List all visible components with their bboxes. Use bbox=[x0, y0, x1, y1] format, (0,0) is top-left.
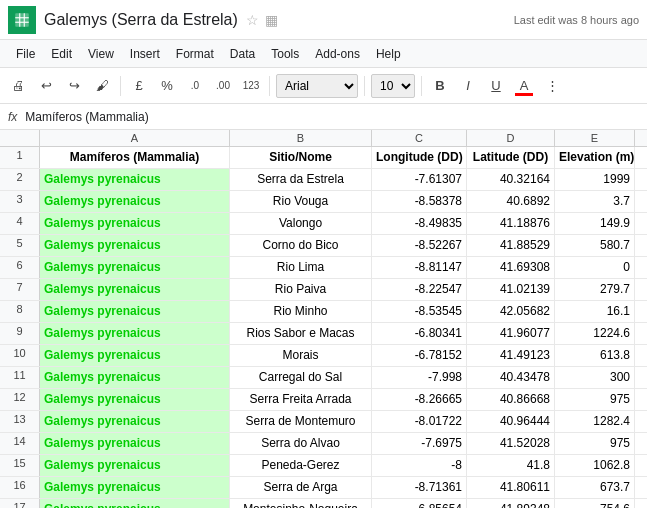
menu-help[interactable]: Help bbox=[368, 43, 409, 65]
menu-addons[interactable]: Add-ons bbox=[307, 43, 368, 65]
cell-a[interactable]: Galemys pyrenaicus bbox=[40, 411, 230, 432]
cell-e[interactable]: 673.7 bbox=[555, 477, 635, 498]
more-formats-button[interactable]: ⋮ bbox=[540, 74, 564, 98]
cell-a[interactable]: Galemys pyrenaicus bbox=[40, 301, 230, 322]
cell-b[interactable]: Peneda-Gerez bbox=[230, 455, 372, 476]
cell-d[interactable]: 40.32164 bbox=[467, 169, 555, 190]
cell-b[interactable]: Valongo bbox=[230, 213, 372, 234]
italic-button[interactable]: I bbox=[456, 74, 480, 98]
cell-b[interactable]: Rios Sabor e Macas bbox=[230, 323, 372, 344]
number-format-button[interactable]: 123 bbox=[239, 74, 263, 98]
cell-b[interactable]: Morais bbox=[230, 345, 372, 366]
cell-d[interactable]: 41.96077 bbox=[467, 323, 555, 344]
cell-e[interactable]: 3.7 bbox=[555, 191, 635, 212]
star-icon[interactable]: ☆ bbox=[246, 12, 259, 28]
decimal-increase-button[interactable]: .00 bbox=[211, 74, 235, 98]
cell-e[interactable]: 16.1 bbox=[555, 301, 635, 322]
col-header-b[interactable]: B bbox=[230, 130, 372, 146]
cell-b[interactable]: Serra Freita Arrada bbox=[230, 389, 372, 410]
font-color-button[interactable]: A bbox=[512, 74, 536, 98]
cell-b[interactable]: Montesinho-Nogueira bbox=[230, 499, 372, 508]
menu-tools[interactable]: Tools bbox=[263, 43, 307, 65]
cell-c[interactable]: -8.26665 bbox=[372, 389, 467, 410]
cell-b[interactable]: Serra do Alvao bbox=[230, 433, 372, 454]
drive-icon[interactable]: ▦ bbox=[265, 12, 278, 28]
menu-insert[interactable]: Insert bbox=[122, 43, 168, 65]
font-selector[interactable]: Arial bbox=[276, 74, 358, 98]
cell-a[interactable]: Galemys pyrenaicus bbox=[40, 433, 230, 454]
cell-a[interactable]: Galemys pyrenaicus bbox=[40, 235, 230, 256]
cell-d[interactable]: 40.6892 bbox=[467, 191, 555, 212]
cell-e[interactable]: 1224.6 bbox=[555, 323, 635, 344]
cell-e[interactable]: 754.6 bbox=[555, 499, 635, 508]
cell-d[interactable]: 41.89348 bbox=[467, 499, 555, 508]
cell-d[interactable]: 41.52028 bbox=[467, 433, 555, 454]
cell-c[interactable]: -6.80341 bbox=[372, 323, 467, 344]
cell-c[interactable]: -8.52267 bbox=[372, 235, 467, 256]
cell-a[interactable]: Galemys pyrenaicus bbox=[40, 499, 230, 508]
cell-c[interactable]: -8.49835 bbox=[372, 213, 467, 234]
cell-e[interactable]: 0 bbox=[555, 257, 635, 278]
cell-a[interactable]: Galemys pyrenaicus bbox=[40, 367, 230, 388]
cell-b[interactable]: Serra de Arga bbox=[230, 477, 372, 498]
cell-c[interactable]: -7.998 bbox=[372, 367, 467, 388]
cell-b[interactable]: Serra da Estrela bbox=[230, 169, 372, 190]
cell-d[interactable]: 40.96444 bbox=[467, 411, 555, 432]
cell-d[interactable]: 41.69308 bbox=[467, 257, 555, 278]
cell-c[interactable]: -7.61307 bbox=[372, 169, 467, 190]
cell-a[interactable]: Galemys pyrenaicus bbox=[40, 389, 230, 410]
cell-d[interactable]: 40.43478 bbox=[467, 367, 555, 388]
menu-data[interactable]: Data bbox=[222, 43, 263, 65]
cell-e[interactable]: 149.9 bbox=[555, 213, 635, 234]
cell-b[interactable]: Serra de Montemuro bbox=[230, 411, 372, 432]
cell-d[interactable]: 40.86668 bbox=[467, 389, 555, 410]
cell-e[interactable]: Elevation (m) bbox=[555, 147, 635, 168]
font-size-selector[interactable]: 10 bbox=[371, 74, 415, 98]
cell-a[interactable]: Galemys pyrenaicus bbox=[40, 345, 230, 366]
currency-button[interactable]: £ bbox=[127, 74, 151, 98]
cell-b[interactable]: Rio Lima bbox=[230, 257, 372, 278]
cell-b[interactable]: Sitio/Nome bbox=[230, 147, 372, 168]
cell-c[interactable]: -8.53545 bbox=[372, 301, 467, 322]
cell-a[interactable]: Mamíferos (Mammalia) bbox=[40, 147, 230, 168]
cell-c[interactable]: -8 bbox=[372, 455, 467, 476]
menu-view[interactable]: View bbox=[80, 43, 122, 65]
cell-d[interactable]: 41.49123 bbox=[467, 345, 555, 366]
cell-b[interactable]: Rio Paiva bbox=[230, 279, 372, 300]
cell-d[interactable]: 41.02139 bbox=[467, 279, 555, 300]
cell-c[interactable]: -6.85654 bbox=[372, 499, 467, 508]
cell-e[interactable]: 279.7 bbox=[555, 279, 635, 300]
cell-c[interactable]: -6.78152 bbox=[372, 345, 467, 366]
cell-c[interactable]: -8.81147 bbox=[372, 257, 467, 278]
cell-a[interactable]: Galemys pyrenaicus bbox=[40, 477, 230, 498]
cell-a[interactable]: Galemys pyrenaicus bbox=[40, 169, 230, 190]
cell-a[interactable]: Galemys pyrenaicus bbox=[40, 455, 230, 476]
cell-d[interactable]: 41.80611 bbox=[467, 477, 555, 498]
col-header-a[interactable]: A bbox=[40, 130, 230, 146]
col-header-d[interactable]: D bbox=[467, 130, 555, 146]
cell-a[interactable]: Galemys pyrenaicus bbox=[40, 323, 230, 344]
percent-button[interactable]: % bbox=[155, 74, 179, 98]
cell-d[interactable]: 41.18876 bbox=[467, 213, 555, 234]
cell-e[interactable]: 975 bbox=[555, 389, 635, 410]
cell-a[interactable]: Galemys pyrenaicus bbox=[40, 279, 230, 300]
cell-a[interactable]: Galemys pyrenaicus bbox=[40, 191, 230, 212]
menu-file[interactable]: File bbox=[8, 43, 43, 65]
bold-button[interactable]: B bbox=[428, 74, 452, 98]
cell-c[interactable]: -7.6975 bbox=[372, 433, 467, 454]
cell-b[interactable]: Rio Minho bbox=[230, 301, 372, 322]
cell-e[interactable]: 1999 bbox=[555, 169, 635, 190]
cell-d[interactable]: 41.8 bbox=[467, 455, 555, 476]
cell-a[interactable]: Galemys pyrenaicus bbox=[40, 213, 230, 234]
paint-format-button[interactable]: 🖌 bbox=[90, 74, 114, 98]
underline-button[interactable]: U bbox=[484, 74, 508, 98]
cell-c[interactable]: -8.01722 bbox=[372, 411, 467, 432]
redo-button[interactable]: ↪ bbox=[62, 74, 86, 98]
menu-edit[interactable]: Edit bbox=[43, 43, 80, 65]
cell-d[interactable]: 41.88529 bbox=[467, 235, 555, 256]
col-header-e[interactable]: E bbox=[555, 130, 635, 146]
col-header-c[interactable]: C bbox=[372, 130, 467, 146]
cell-e[interactable]: 613.8 bbox=[555, 345, 635, 366]
cell-e[interactable]: 975 bbox=[555, 433, 635, 454]
cell-c[interactable]: -8.71361 bbox=[372, 477, 467, 498]
